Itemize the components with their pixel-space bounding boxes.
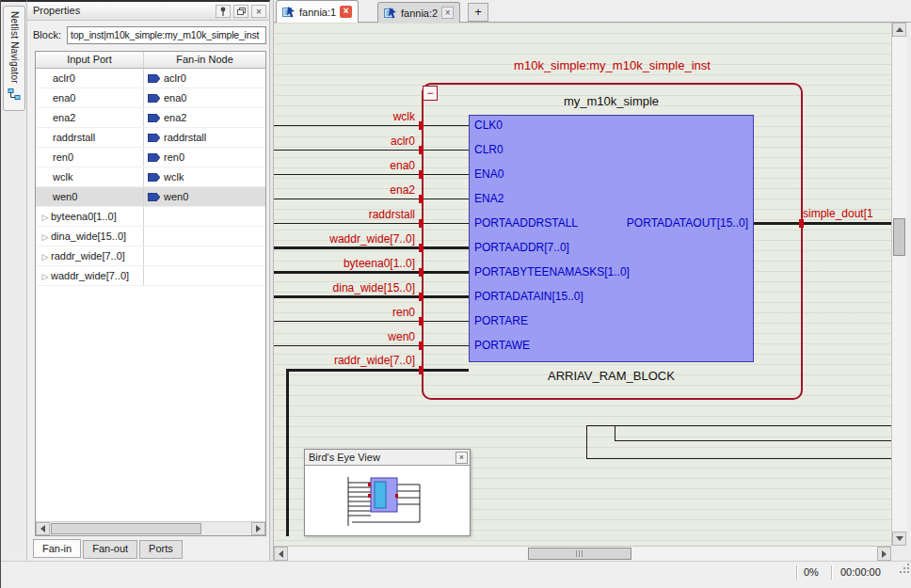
bus-wire[interactable] [274,271,469,274]
birds-eye-close-button[interactable]: × [456,452,468,464]
tab-fan-in[interactable]: Fan-in [33,539,81,558]
wire-label[interactable]: wclk [274,110,415,123]
wire-label[interactable]: ren0 [274,306,415,319]
table-row-group[interactable]: ▷byteena0[1..0] [36,207,265,227]
scrollbar-thumb[interactable] [528,548,631,560]
signal-wire[interactable] [274,199,469,199]
fanin-node-cell[interactable]: ena2 [144,108,265,127]
tab-fan-out[interactable]: Fan-out [83,540,137,559]
tab-ports[interactable]: Ports [139,540,183,559]
wire-label[interactable]: dina_wide[15..0] [274,281,415,294]
titlebar-buttons: × [216,5,266,18]
bus-wire[interactable] [754,222,891,225]
wire-label[interactable]: raddrstall [274,208,415,221]
group-label: raddr_wide[7..0] [51,250,125,262]
scroll-right-icon [256,525,261,532]
signal-wire[interactable] [274,174,469,175]
expand-icon[interactable]: ▷ [40,228,51,246]
signal-wire[interactable] [274,321,469,322]
scroll-left-button[interactable] [274,547,288,561]
table-row[interactable]: ena0 ena0 [36,88,265,108]
fanin-node-cell[interactable]: wen0 [144,187,265,206]
column-header-fanin-node[interactable]: Fan-in Node [144,52,265,68]
signal-wire[interactable] [274,125,469,126]
bus-wire[interactable] [274,295,469,298]
input-port-cell[interactable]: raddrstall [36,128,144,147]
wire-label[interactable]: ena2 [274,183,415,197]
pin-icon [218,7,228,17]
birds-eye-content[interactable] [305,466,470,535]
block-field[interactable]: top_inst|m10k_simple:my_m10k_simple_inst [67,26,266,44]
table-row[interactable]: ena2 ena2 [36,108,265,128]
fanin-node-cell[interactable]: wclk [144,167,265,186]
bus-wire[interactable] [286,369,469,372]
wire-label[interactable]: raddr_wide[7..0] [274,354,415,367]
properties-titlebar[interactable]: Properties × [27,2,269,21]
scroll-up-button[interactable] [892,23,906,37]
signal-wire[interactable] [274,345,469,346]
wire-label[interactable]: byteena0[1..0] [274,257,415,270]
bus-wire[interactable] [274,246,469,249]
close-tab-button[interactable]: × [441,7,454,19]
input-port-cell[interactable]: ena2 [36,108,144,127]
vertical-scrollbar[interactable] [891,23,906,546]
scroll-down-button[interactable] [892,532,906,546]
input-port-cell[interactable]: wen0 [36,187,144,206]
fanin-node-cell[interactable]: ren0 [144,148,265,167]
group-port-cell[interactable]: ▷dina_wide[15..0] [36,227,144,246]
tab-fannia-1[interactable]: fannia:1 × [276,0,359,23]
table-row-selected[interactable]: wen0 wen0 [36,187,265,207]
table-row-group[interactable]: ▷waddr_wide[7..0] [36,266,265,286]
fanin-node-cell[interactable]: ena0 [144,88,265,107]
float-button[interactable] [233,5,248,18]
group-port-cell[interactable]: ▷waddr_wide[7..0] [36,266,144,285]
horizontal-scrollbar[interactable] [274,546,891,561]
scrollbar-thumb[interactable] [893,218,905,256]
input-port-cell[interactable]: ren0 [36,148,144,167]
expand-icon[interactable]: ▷ [40,247,51,265]
table-row-group[interactable]: ▷dina_wide[15..0] [36,227,265,246]
scroll-up-icon [896,27,903,32]
wire-label[interactable]: wen0 [274,330,415,343]
column-header-input-port[interactable]: Input Port [36,52,144,68]
wire-label[interactable]: simple_dout[1 [803,207,889,220]
wire-label[interactable]: aclr0 [274,135,415,148]
close-panel-button[interactable]: × [251,5,266,18]
fanin-node-cell[interactable]: aclr0 [144,69,265,87]
scrollbar-thumb[interactable] [51,523,201,534]
birds-eye-titlebar[interactable]: Bird's Eye View × [305,450,470,466]
tab-fannia-2[interactable]: fannia:2 × [377,2,460,23]
scroll-left-button[interactable] [36,522,50,535]
input-port-cell[interactable]: ena0 [36,88,144,107]
signal-wire[interactable] [274,150,469,151]
scroll-right-button[interactable] [251,522,265,535]
group-port-cell[interactable]: ▷raddr_wide[7..0] [36,246,144,265]
birds-eye-window[interactable]: Bird's Eye View × [304,449,471,536]
netlist-navigator-strip: Netlist Navigator [1,0,27,561]
scroll-right-button[interactable] [877,547,891,561]
resize-grip[interactable] [898,562,910,576]
table-row[interactable]: raddrstall raddrstall [36,128,265,148]
table-row[interactable]: wclk wclk [36,167,265,187]
expand-icon[interactable]: ▷ [40,267,51,285]
port-name-left: PORTABYTEENAMASKS[1..0] [474,265,630,278]
collapse-button[interactable]: − [423,86,438,101]
table-row[interactable]: aclr0 aclr0 [36,69,265,88]
schematic-canvas[interactable]: m10k_simple:my_m10k_simple_inst − my_m10… [274,23,891,546]
wire-label[interactable]: waddr_wide[7..0] [274,232,415,246]
table-row[interactable]: ren0 ren0 [36,148,265,167]
fanin-node-cell[interactable]: raddrstall [144,128,265,147]
pin-button[interactable] [216,5,231,18]
signal-wire[interactable] [274,223,469,224]
table-horizontal-scrollbar[interactable] [36,521,265,535]
close-tab-button[interactable]: × [340,6,352,18]
group-port-cell[interactable]: ▷byteena0[1..0] [36,207,144,226]
input-port-cell[interactable]: wclk [36,167,144,186]
bus-wire[interactable] [286,369,289,536]
sidebar-tab-netlist-navigator[interactable]: Netlist Navigator [3,6,25,111]
wire-label[interactable]: ena0 [274,159,415,172]
table-row-group[interactable]: ▷raddr_wide[7..0] [36,246,265,266]
expand-icon[interactable]: ▷ [40,208,51,226]
input-port-cell[interactable]: aclr0 [36,69,144,87]
new-tab-button[interactable]: + [468,3,488,22]
